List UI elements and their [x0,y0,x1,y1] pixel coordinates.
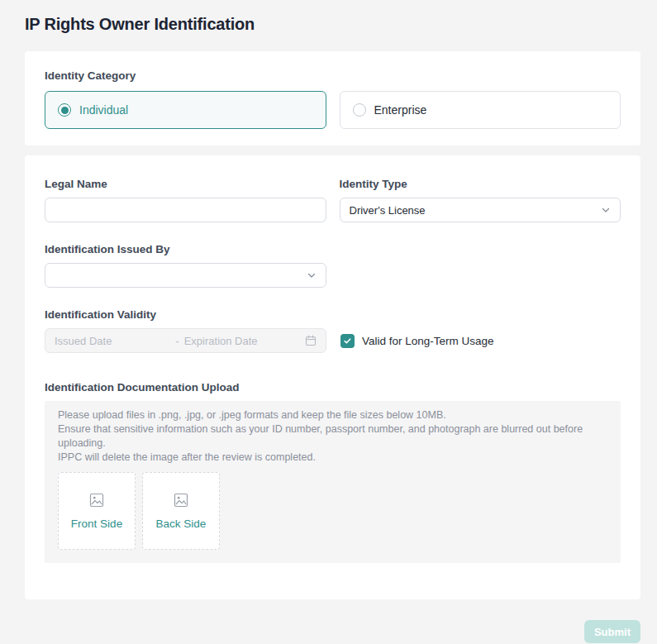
radio-card-individual[interactable]: Individual [45,91,326,129]
page: IP Rights Owner Identification Identity … [0,0,657,643]
issued-by-row: Identification Issued By [45,243,621,288]
identity-category-label: Identity Category [45,69,621,82]
identity-category-options: Individual Enterprise [45,91,621,129]
issued-date-placeholder: Issued Date [55,335,175,347]
identity-type-label: Identity Type [340,178,621,190]
checked-checkbox-icon[interactable] [340,334,355,348]
name-type-row: Legal Name Identity Type Driver's Licens… [45,178,621,222]
radio-label-enterprise: Enterprise [374,103,427,117]
legal-name-field: Legal Name [45,178,326,222]
owner-identification-form-card: Legal Name Identity Type Driver's Licens… [25,155,640,599]
image-icon [174,493,188,511]
submit-button[interactable]: Submit [584,620,640,643]
back-side-label: Back Side [156,518,207,530]
issued-by-label: Identification Issued By [45,243,326,255]
expiration-date-placeholder: Expiration Date [184,335,305,347]
upload-instruction-deletion: IPPC will delete the image after the rev… [58,451,607,465]
identity-category-card: Identity Category Individual Enterprise [25,51,640,145]
identity-type-field: Identity Type Driver's License [340,178,621,222]
upload-panel: Please upload files in .png, .jpg, or .j… [45,401,621,563]
long-term-usage-label: Valid for Long-Term Usage [362,335,494,347]
upload-back-side-button[interactable]: Back Side [142,472,220,550]
upload-label: Identification Documentation Upload [45,381,621,394]
upload-block: Identification Documentation Upload Plea… [45,381,621,563]
date-range-separator: - [175,335,179,347]
chevron-down-icon [307,270,317,280]
radio-unselected-icon [353,103,366,117]
issued-by-select[interactable] [45,263,326,288]
long-term-usage-option[interactable]: Valid for Long-Term Usage [340,334,494,348]
page-title: IP Rights Owner Identification [25,15,640,34]
upload-instruction-formats: Please upload files in .png, .jpg, or .j… [58,408,607,422]
validity-label: Identification Validity [45,308,621,321]
legal-name-input[interactable] [45,198,326,222]
calendar-icon [305,335,317,346]
issued-by-field: Identification Issued By [45,243,326,288]
chevron-down-icon [601,205,611,215]
front-side-label: Front Side [71,518,122,530]
radio-label-individual: Individual [79,103,128,117]
radio-card-enterprise[interactable]: Enterprise [340,91,621,129]
image-icon [89,493,104,511]
footer: Submit [25,620,640,643]
validity-date-range-picker[interactable]: Issued Date - Expiration Date [45,328,326,353]
validity-block: Identification Validity Issued Date - Ex… [45,308,621,353]
identity-type-value: Driver's License [350,204,602,217]
upload-slots: Front Side Back Side [58,472,607,550]
legal-name-label: Legal Name [45,178,326,190]
upload-instruction-privacy: Ensure that sensitive information such a… [58,422,607,451]
identity-type-select[interactable]: Driver's License [340,198,621,222]
upload-front-side-button[interactable]: Front Side [58,472,136,550]
radio-selected-icon [58,103,71,117]
